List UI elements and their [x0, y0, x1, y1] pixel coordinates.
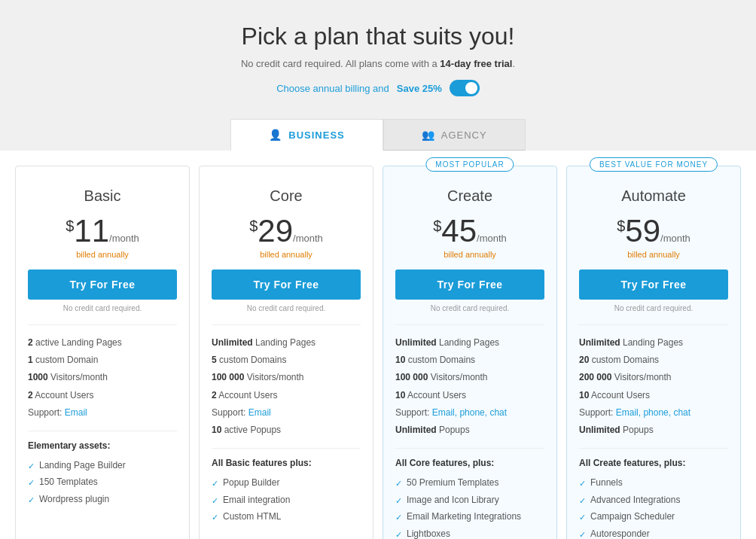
check-label: Lightboxes [407, 527, 450, 539]
plan-price-core: $29/month [212, 215, 361, 247]
feature-item: Support: Email, phone, chat [579, 404, 728, 422]
check-label: Popup Builder [223, 476, 279, 489]
check-label: Advanced Integrations [590, 493, 680, 507]
feature-item: Support: Email, phone, chat [395, 404, 544, 422]
page-title: Pick a plan that suits you! [15, 23, 741, 50]
plan-card-automate: BEST VALUE FOR MONEY Automate $59/month … [566, 166, 741, 539]
price-amount: 11 [74, 213, 109, 248]
check-item: ✓ Email Marketing Integrations [395, 508, 544, 525]
plan-card-create: MOST POPULAR Create $45/month billed ann… [383, 166, 557, 539]
annual-billing-toggle[interactable] [450, 80, 480, 96]
billing-toggle: Choose annual billing and Save 25% [15, 80, 741, 96]
tab-agency[interactable]: 👥 AGENCY [383, 119, 526, 151]
divider [28, 324, 177, 325]
checkmark-icon: ✓ [212, 511, 218, 524]
checkmark-icon: ✓ [579, 477, 586, 490]
feature-item: Support: Email [212, 404, 361, 422]
tab-business[interactable]: 👤 BUSINESS [230, 119, 383, 151]
header: Pick a plan that suits you! No credit ca… [0, 0, 756, 111]
price-period: /month [660, 233, 690, 244]
checkmark-icon: ✓ [212, 477, 218, 490]
billing-label: Choose annual billing and [276, 83, 389, 94]
price-dollar: $ [433, 218, 441, 234]
check-item: ✓ Wordpress plugin [28, 491, 177, 508]
plan-name-create: Create [395, 187, 544, 205]
checkmark-icon: ✓ [28, 494, 35, 507]
check-label: Funnels [590, 476, 623, 489]
divider [395, 324, 544, 325]
checkmark-icon: ✓ [579, 495, 586, 507]
feature-item: 1000 Visitors/month [28, 369, 177, 386]
tabs-container: 👤 BUSINESS 👥 AGENCY [0, 111, 756, 151]
price-amount: 59 [625, 213, 660, 248]
feature-item: Unlimited Popups [395, 422, 544, 439]
check-label: Landing Page Builder [39, 458, 126, 472]
tab-agency-label: AGENCY [441, 129, 487, 141]
check-label: Image and Icon Library [407, 493, 499, 507]
divider2 [212, 448, 361, 449]
plan-badge-automate: BEST VALUE FOR MONEY [590, 157, 718, 172]
free-trial-label: 14-day free trial [440, 58, 512, 69]
no-credit-label: No credit card required. [212, 304, 361, 312]
try-free-button-create[interactable]: Try For Free [395, 270, 544, 300]
check-label: Email Marketing Integrations [407, 510, 521, 523]
plan-badge-create: MOST POPULAR [425, 157, 514, 172]
check-item: ✓ Landing Page Builder [28, 457, 177, 474]
price-period: /month [109, 233, 139, 244]
feature-item: 2 Account Users [212, 387, 361, 404]
feature-item: Unlimited Landing Pages [579, 334, 728, 352]
feature-list-create: Unlimited Landing Pages10 custom Domains… [395, 334, 544, 439]
feature-item: Unlimited Popups [579, 422, 728, 439]
check-item: ✓ Custom HTML [212, 508, 361, 525]
section-title-automate: All Create features, plus: [579, 458, 728, 468]
feature-item: 10 active Popups [212, 422, 361, 439]
check-label: 150 Templates [39, 475, 98, 489]
page-wrapper: Pick a plan that suits you! No credit ca… [0, 0, 756, 539]
try-free-button-automate[interactable]: Try For Free [579, 270, 728, 300]
feature-list-basic: 2 active Landing Pages1 custom Domain100… [28, 334, 177, 422]
plan-price-automate: $59/month [579, 215, 728, 247]
check-label: Autoresponder [590, 527, 650, 539]
subtitle-post: . [512, 58, 515, 69]
price-period: /month [293, 233, 323, 244]
check-item: ✓ Autoresponder [579, 525, 728, 539]
try-free-button-core[interactable]: Try For Free [212, 270, 361, 300]
plan-name-basic: Basic [28, 187, 177, 205]
price-dollar: $ [249, 218, 258, 234]
save-label: Save 25% [397, 83, 442, 94]
feature-item: 10 Account Users [395, 387, 544, 404]
checkmark-icon: ✓ [395, 511, 402, 524]
tab-business-label: BUSINESS [288, 129, 344, 141]
check-item: ✓ Image and Icon Library [395, 492, 544, 509]
divider [212, 324, 361, 325]
billed-annually: billed annually [579, 250, 728, 259]
price-amount: 29 [258, 213, 293, 248]
price-amount: 45 [441, 213, 477, 248]
price-period: /month [477, 233, 507, 244]
check-item: ✓ Email integration [212, 492, 361, 509]
checkmark-icon: ✓ [28, 477, 35, 489]
try-free-button-basic[interactable]: Try For Free [28, 270, 177, 300]
checkmark-icon: ✓ [212, 495, 218, 507]
check-item: ✓ Lightboxes [395, 525, 544, 539]
feature-list-automate: Unlimited Landing Pages20 custom Domains… [579, 334, 728, 439]
billed-annually: billed annually [395, 250, 544, 259]
no-credit-label: No credit card required. [28, 304, 177, 312]
divider2 [28, 431, 177, 431]
checkmark-icon: ✓ [395, 477, 402, 490]
feature-item: 1 custom Domain [28, 352, 177, 369]
checkmark-icon: ✓ [395, 495, 402, 507]
checkmark-icon: ✓ [395, 528, 402, 539]
plan-card-basic: Basic $11/month billed annually Try For … [15, 166, 190, 539]
feature-item: 200 000 Visitors/month [579, 369, 728, 386]
divider [579, 324, 728, 325]
business-icon: 👤 [269, 129, 282, 141]
feature-item: 20 custom Domains [579, 352, 728, 369]
check-item: ✓ Advanced Integrations [579, 492, 728, 509]
feature-item: 10 custom Domains [395, 352, 544, 369]
subtitle: No credit card required. All plans come … [15, 58, 741, 69]
feature-item: Unlimited Landing Pages [395, 334, 544, 352]
check-item: ✓ 50 Premium Templates [395, 474, 544, 492]
plan-name-core: Core [212, 187, 361, 205]
no-credit-label: No credit card required. [579, 304, 728, 312]
